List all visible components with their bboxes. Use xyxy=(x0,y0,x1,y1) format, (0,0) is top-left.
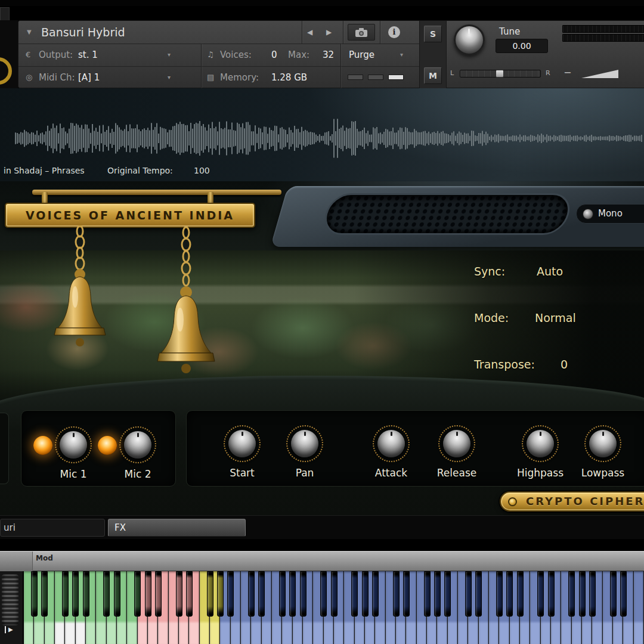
black-key[interactable] xyxy=(207,571,213,617)
black-key[interactable] xyxy=(186,571,193,617)
black-key[interactable] xyxy=(279,571,286,617)
black-key[interactable] xyxy=(41,571,48,617)
mod-label: Mod xyxy=(36,553,53,563)
mod-wheel[interactable] xyxy=(2,574,18,626)
black-key[interactable] xyxy=(517,571,524,617)
black-key[interactable] xyxy=(393,571,400,617)
black-key[interactable] xyxy=(506,571,513,617)
tab-bansuri[interactable]: uri xyxy=(0,519,105,537)
output-value[interactable]: st. 1 xyxy=(78,44,98,66)
info-icon[interactable]: i xyxy=(388,26,400,38)
black-key[interactable] xyxy=(620,571,627,617)
title-plaque-text: VOICES OF ANCIENT INDIA xyxy=(6,204,254,227)
black-key[interactable] xyxy=(248,571,255,617)
max-voices-value[interactable]: 32 xyxy=(323,44,334,66)
black-key[interactable] xyxy=(31,571,38,617)
black-key[interactable] xyxy=(155,571,162,617)
white-key[interactable] xyxy=(634,571,644,644)
mic-controls-box: Mic 1 Mic 2 xyxy=(21,410,176,487)
black-key[interactable] xyxy=(434,571,441,617)
knob-lowpass-dial[interactable] xyxy=(589,430,617,457)
knob-pan-dial[interactable] xyxy=(291,430,318,457)
knob-release[interactable]: Release xyxy=(443,430,470,457)
midi-dropdown-icon[interactable]: ▾ xyxy=(168,66,171,89)
purge-meter-segment xyxy=(388,75,404,80)
black-key[interactable] xyxy=(320,571,327,617)
tune-value[interactable]: 0.00 xyxy=(496,39,548,53)
wheel-panel: ▶ xyxy=(0,571,23,644)
snapshot-button[interactable] xyxy=(348,24,375,41)
mic2-led[interactable] xyxy=(98,436,117,455)
left-edge-plate xyxy=(0,413,9,484)
knob-attack[interactable]: Attack xyxy=(377,430,405,457)
volume-slider[interactable] xyxy=(581,70,618,78)
knob-start-dial[interactable] xyxy=(228,430,256,457)
black-key[interactable] xyxy=(496,571,503,617)
mic1-led[interactable] xyxy=(33,436,52,455)
black-key[interactable] xyxy=(465,571,472,617)
black-key[interactable] xyxy=(351,571,358,617)
speaker-grille xyxy=(320,193,574,235)
mic2-knob[interactable] xyxy=(124,431,151,459)
output-dropdown-icon[interactable]: ▾ xyxy=(168,44,171,66)
black-key[interactable] xyxy=(217,571,224,617)
mute-button[interactable]: M xyxy=(424,67,442,84)
knob-release-dial[interactable] xyxy=(443,430,470,457)
memory-label: Memory: xyxy=(220,66,259,89)
sync-value[interactable]: Auto xyxy=(537,265,563,278)
rack-corner-button[interactable] xyxy=(0,7,10,21)
black-key[interactable] xyxy=(444,571,451,617)
black-key[interactable] xyxy=(300,571,306,617)
main-knob-row: StartPanAttackReleaseHighpassLowpass xyxy=(186,410,644,487)
divider xyxy=(343,21,343,44)
mono-button[interactable]: Mono xyxy=(576,204,644,224)
black-key[interactable] xyxy=(537,571,544,617)
black-key[interactable] xyxy=(289,571,296,617)
pan-slider-handle[interactable] xyxy=(496,70,504,78)
knob-attack-dial[interactable] xyxy=(377,430,405,457)
black-key[interactable] xyxy=(176,571,182,617)
tune-knob[interactable] xyxy=(454,24,485,55)
black-key[interactable] xyxy=(103,571,110,617)
tune-label: Tune xyxy=(499,26,520,38)
midi-channel-value[interactable]: [A] 1 xyxy=(78,66,100,89)
black-key[interactable] xyxy=(83,571,89,617)
black-key[interactable] xyxy=(114,571,120,617)
black-key[interactable] xyxy=(403,571,410,617)
black-key[interactable] xyxy=(145,571,151,617)
prev-instrument-icon[interactable]: ◀ xyxy=(307,21,312,44)
instrument-menu-caret-icon[interactable]: ▼ xyxy=(27,21,32,44)
black-key[interactable] xyxy=(362,571,369,617)
tab-fx[interactable]: FX xyxy=(108,519,246,537)
knob-lowpass[interactable]: Lowpass xyxy=(589,430,617,457)
piano-keyboard[interactable] xyxy=(24,571,644,644)
purge-button[interactable]: Purge xyxy=(349,44,374,66)
black-key[interactable] xyxy=(589,571,596,617)
knob-highpass-dial[interactable] xyxy=(527,430,554,457)
black-key[interactable] xyxy=(548,571,555,617)
black-key[interactable] xyxy=(134,571,141,617)
next-instrument-icon[interactable]: ▶ xyxy=(326,21,332,44)
transpose-value[interactable]: 0 xyxy=(561,358,568,371)
black-key[interactable] xyxy=(424,571,431,617)
knob-pan[interactable]: Pan xyxy=(291,430,318,457)
mic1-knob[interactable] xyxy=(60,431,87,459)
solo-button[interactable]: S xyxy=(424,26,442,42)
instrument-title[interactable]: Bansuri Hybrid xyxy=(41,21,125,44)
black-key[interactable] xyxy=(579,571,586,617)
black-key[interactable] xyxy=(227,571,234,617)
midi-channel-label: Midi Ch: xyxy=(39,66,75,89)
mode-value[interactable]: Normal xyxy=(535,311,576,324)
black-key[interactable] xyxy=(72,571,79,617)
black-key[interactable] xyxy=(610,571,617,617)
black-key[interactable] xyxy=(331,571,338,617)
purge-dropdown-icon[interactable]: ▾ xyxy=(400,44,403,66)
knob-highpass[interactable]: Highpass xyxy=(527,430,554,457)
knob-start[interactable]: Start xyxy=(228,430,256,457)
black-key[interactable] xyxy=(372,571,379,617)
keyboard-scroll-icon[interactable]: ▶ xyxy=(5,626,13,633)
black-key[interactable] xyxy=(62,571,69,617)
black-key[interactable] xyxy=(568,571,575,617)
black-key[interactable] xyxy=(475,571,482,617)
black-key[interactable] xyxy=(258,571,265,617)
